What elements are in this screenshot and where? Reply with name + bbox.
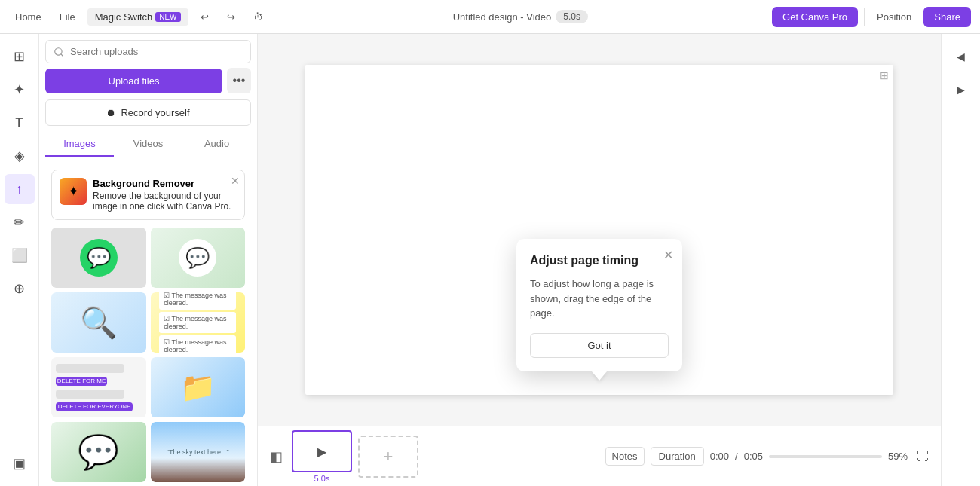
new-badge: NEW — [155, 12, 180, 22]
redo-button[interactable]: ↪ — [221, 8, 241, 26]
upload-files-row: Upload files ••• — [39, 68, 257, 99]
record-yourself-button[interactable]: ⏺ Record yourself — [45, 99, 251, 126]
thumb-sky-1: "The sky text here..." — [151, 422, 246, 482]
upload-item-5[interactable]: DELETE FOR ME DELETE FOR EVERYONE — [51, 357, 146, 417]
upload-panel: Upload files ••• ⏺ Record yourself Image… — [39, 34, 258, 486]
thumb-magnifier: 🔍 — [51, 292, 146, 353]
sidebar-item-text[interactable]: T — [5, 108, 35, 138]
hide-pages-button[interactable]: ◧ — [267, 445, 286, 468]
right-panel-collapse-button[interactable]: ◀ — [946, 41, 976, 72]
upload-panel-inner: ✦ Background Remover Remove the backgrou… — [39, 164, 257, 486]
upload-files-button[interactable]: Upload files — [45, 69, 222, 93]
share-button[interactable]: Share — [923, 7, 971, 27]
upload-item-1[interactable]: 💬 — [51, 228, 146, 288]
play-icon: ▶ — [317, 444, 326, 458]
dialog-arrow — [592, 371, 607, 381]
grid-row-3: DELETE FOR ME DELETE FOR EVERYONE 📁 — [51, 357, 245, 417]
upload-item-8[interactable]: "The sky text here..." — [151, 422, 246, 482]
grid-row-2: 🔍 ☑ The message was cleared. ☑ The messa… — [51, 292, 245, 353]
record-icon: ⏺ — [106, 107, 116, 118]
msg-bar-4: DELETE FOR EVERYONE — [56, 402, 133, 411]
notes-button[interactable]: Notes — [605, 447, 645, 466]
adjust-timing-dialog: Adjust page timing ✕ To adjust how long … — [516, 239, 682, 371]
duration-button[interactable]: Duration — [651, 447, 704, 466]
right-panel-expand-button[interactable]: ▶ — [946, 75, 976, 105]
timeline-right: Notes Duration 0:00 / 0:05 59% ⛶ — [605, 447, 932, 466]
home-button[interactable]: Home — [9, 8, 47, 26]
record-label: Record yourself — [121, 107, 189, 118]
top-bar-right: Get Canva Pro Position Share — [772, 7, 971, 27]
sidebar-item-projects[interactable]: ⬜ — [5, 240, 35, 271]
msg-bar-3 — [56, 390, 124, 399]
bg-remover-icon: ✦ — [60, 178, 87, 205]
canvas-area: ⊞ Adjust page timing ✕ To adjust how lon… — [258, 34, 941, 486]
sidebar-item-brand[interactable]: ◈ — [5, 141, 35, 171]
sidebar-item-design[interactable]: ⊞ — [5, 41, 35, 72]
fullscreen-button[interactable]: ⛶ — [914, 447, 932, 466]
upload-item-2[interactable]: 💬 — [151, 228, 246, 288]
thumb-folder: 📁 — [151, 357, 246, 417]
tab-images[interactable]: Images — [45, 132, 114, 157]
magic-switch-label: Magic Switch — [95, 11, 153, 23]
bg-remover-description: Remove the background of your image in o… — [93, 191, 237, 212]
get-canva-pro-button[interactable]: Get Canva Pro — [772, 7, 858, 27]
timer-button[interactable]: ⏱ — [247, 8, 269, 26]
sidebar-item-draw[interactable]: ✏ — [5, 207, 35, 237]
thumb-whatsapp-1: 💬 — [51, 228, 146, 288]
timeline-progress-bar[interactable] — [769, 455, 882, 458]
position-button[interactable]: Position — [871, 8, 917, 26]
more-icon: ••• — [233, 74, 246, 87]
upload-item-7[interactable]: 💬 — [51, 422, 146, 482]
timeline-page-label: 5.0s — [314, 474, 330, 483]
doc-line-1: ☑ The message was cleared. — [159, 292, 236, 310]
sidebar-item-background[interactable]: ▣ — [5, 448, 35, 478]
time-separator: / — [735, 451, 738, 462]
bg-remover-banner: ✦ Background Remover Remove the backgrou… — [51, 170, 245, 220]
dialog-close-button[interactable]: ✕ — [663, 248, 673, 262]
tab-videos[interactable]: Videos — [114, 132, 182, 157]
upload-item-3[interactable]: 🔍 — [51, 292, 146, 353]
search-input[interactable] — [45, 40, 251, 63]
bg-remover-info: Background Remover Remove the background… — [93, 178, 237, 212]
timeline-page[interactable]: ▶ — [292, 430, 352, 472]
got-it-button[interactable]: Got it — [530, 333, 669, 358]
timeline-page-container: ▶ 5.0s — [292, 430, 352, 483]
dialog-title: Adjust page timing — [530, 254, 669, 267]
msg-bar-1 — [56, 364, 124, 373]
canvas-collapse-button[interactable]: ⊞ — [880, 69, 889, 81]
page-title: Untitled design - Video — [453, 11, 552, 23]
bg-remover-title: Background Remover — [93, 178, 237, 189]
sidebar-item-apps[interactable]: ⊕ — [5, 274, 35, 304]
doc-line-3: ☑ The message was cleared. — [159, 335, 236, 353]
grid-row-1: 💬 💬 — [51, 228, 245, 288]
thumb-msg: DELETE FOR ME DELETE FOR EVERYONE — [51, 357, 146, 417]
more-options-button[interactable]: ••• — [227, 68, 251, 93]
top-bar-left: Home File Magic Switch NEW ↩ ↪ ⏱ — [9, 8, 269, 26]
timeline-add-page-button[interactable]: + — [358, 436, 418, 478]
bg-remover-close-button[interactable]: ✕ — [231, 175, 240, 187]
tabs-row: Images Videos Audio — [45, 132, 251, 157]
upload-item-6[interactable]: 📁 — [151, 357, 246, 417]
title-area: Untitled design - Video 5.0s — [453, 10, 588, 23]
thumb-doc: ☑ The message was cleared. ☑ The message… — [151, 292, 246, 353]
thumb-whatsapp-bubble: 💬 — [51, 422, 146, 482]
file-button[interactable]: File — [54, 8, 81, 26]
uploads-grid: 💬 💬 — [45, 228, 251, 486]
thumb-whatsapp-2: 💬 — [151, 228, 246, 288]
upload-item-4[interactable]: ☑ The message was cleared. ☑ The message… — [151, 292, 246, 353]
magic-switch-button[interactable]: Magic Switch NEW — [87, 8, 188, 26]
sky-text-1: "The sky text here..." — [164, 445, 232, 459]
timeline: ◧ ▶ 5.0s + Notes Duration 0:00 / 0:05 — [258, 426, 941, 486]
zoom-label: 59% — [888, 451, 908, 462]
dialog-body: To adjust how long a page is shown, drag… — [530, 277, 669, 321]
main-layout: ⊞ ✦ T ◈ ↑ ✏ ⬜ ⊕ ▣ Upload files ••• ⏺ Rec… — [0, 34, 980, 486]
sidebar-item-elements[interactable]: ✦ — [5, 75, 35, 105]
sidebar-icons: ⊞ ✦ T ◈ ↑ ✏ ⬜ ⊕ ▣ — [0, 34, 39, 486]
undo-button[interactable]: ↩ — [194, 8, 215, 26]
add-icon: + — [384, 447, 394, 466]
time-current: 0:00 — [710, 451, 729, 462]
tab-audio[interactable]: Audio — [182, 132, 251, 157]
whatsapp-logo-2: 💬 — [179, 239, 216, 277]
doc-line-2: ☑ The message was cleared. — [159, 312, 236, 333]
sidebar-item-uploads[interactable]: ↑ — [5, 174, 35, 204]
